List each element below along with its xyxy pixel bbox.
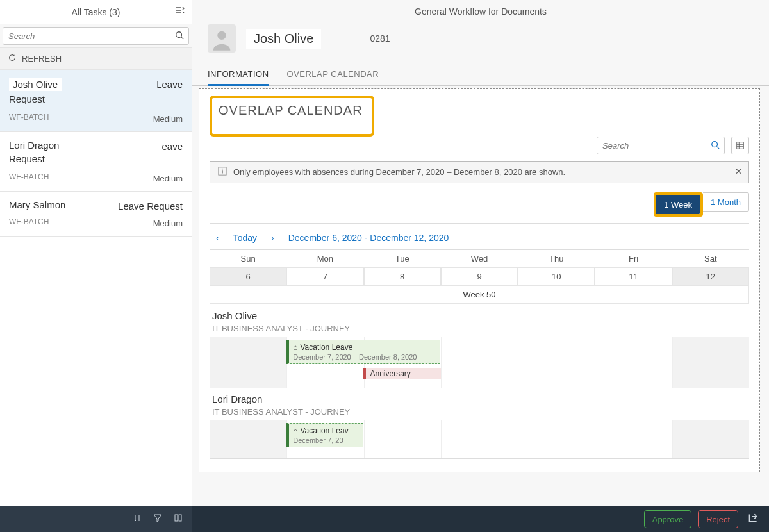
section-title: OVERLAP CALENDAR [217, 101, 365, 122]
avatar [208, 24, 236, 53]
sidebar-header: All Tasks (3) [0, 0, 192, 24]
workflow-title: General Workflow for Documents [192, 0, 769, 21]
calendar-search-input[interactable] [597, 137, 725, 154]
calendar-person: Lori Dragon IT BUSINESS ANALYST - JOURNE… [212, 394, 749, 417]
today-button[interactable]: Today [233, 233, 257, 243]
calendar-search [597, 137, 725, 154]
sidebar-search [0, 24, 192, 48]
toggle-1-week[interactable]: 1 Week [656, 195, 700, 214]
task-batch: WF-BATCH [9, 217, 49, 226]
highlight-section-title: OVERLAP CALENDAR [210, 96, 374, 137]
calendar-nav: ‹ Today › December 6, 2020 - December 12… [210, 228, 749, 249]
day-number[interactable]: 12 [672, 267, 749, 286]
tab-information[interactable]: INFORMATION [208, 64, 269, 86]
dow: Sun [210, 249, 286, 267]
settings-icon[interactable] [175, 5, 185, 17]
dow: Fri [595, 249, 672, 267]
svg-line-1 [181, 37, 184, 40]
day-number[interactable]: 10 [518, 267, 595, 286]
tab-overlap-calendar[interactable]: OVERLAP CALENDAR [287, 64, 379, 85]
task-name: Josh Olive [9, 78, 62, 91]
svg-point-2 [217, 31, 226, 40]
prev-icon[interactable]: ‹ [213, 230, 222, 245]
group-icon[interactable] [173, 513, 183, 526]
tab-bar: INFORMATION OVERLAP CALENDAR [192, 62, 769, 86]
dow: Wed [441, 249, 518, 267]
calendar-lane: ⌂Vacation Leave December 7, 2020 – Decem… [210, 337, 749, 388]
close-icon[interactable]: ✕ [735, 167, 742, 176]
task-name: Lori Dragon [9, 140, 183, 151]
svg-rect-12 [175, 515, 178, 521]
task-sidebar: All Tasks (3) REFRESH Josh Olive Leav [0, 0, 192, 506]
refresh-icon [8, 53, 17, 64]
svg-point-0 [176, 32, 182, 38]
event-dates: December 7, 20 [293, 436, 359, 444]
event-dates: December 7, 2020 – December 8, 2020 [293, 353, 436, 361]
reject-button[interactable]: Reject [698, 510, 738, 528]
info-icon [218, 167, 227, 178]
task-request: Request [9, 94, 183, 104]
person-name: Josh Olive [246, 29, 321, 49]
dow: Sat [672, 249, 749, 267]
event-vacation[interactable]: ⌂Vacation Leav December 7, 20 [286, 423, 363, 447]
dow: Mon [286, 249, 363, 267]
home-icon: ⌂ [293, 343, 297, 352]
calendar-lane: ⌂Vacation Leav December 7, 20 [210, 420, 749, 459]
search-icon[interactable] [711, 140, 720, 152]
info-message-bar: Only employees with absences during Dece… [210, 161, 749, 183]
footer-bar: Approve Reject [0, 506, 769, 532]
task-type: eave [161, 141, 183, 152]
highlight-week-toggle: 1 Week [654, 192, 703, 217]
home-icon: ⌂ [293, 426, 297, 435]
calendar-person-name: Lori Dragon [212, 394, 749, 404]
svg-rect-5 [737, 142, 744, 149]
person-number: 0281 [370, 33, 390, 44]
event-title: Anniversary [370, 369, 410, 378]
task-request: Request [9, 153, 183, 164]
approve-button[interactable]: Approve [644, 510, 691, 528]
day-number[interactable]: 7 [286, 267, 363, 286]
sidebar-title: All Tasks (3) [72, 7, 120, 17]
event-vacation[interactable]: ⌂Vacation Leave December 7, 2020 – Decem… [286, 340, 440, 364]
svg-rect-13 [179, 515, 181, 521]
refresh-label: REFRESH [22, 54, 62, 63]
calendar-person-name: Josh Olive [212, 310, 749, 321]
date-range: December 6, 2020 - December 12, 2020 [288, 233, 449, 243]
event-anniversary[interactable]: Anniversary [363, 368, 440, 379]
sort-icon[interactable] [132, 513, 142, 526]
task-type: Leave [156, 79, 183, 90]
task-batch: WF-BATCH [9, 113, 49, 122]
next-icon[interactable]: › [269, 230, 277, 245]
calendar-person-role: IT BUSINESS ANALYST - JOURNEY [212, 407, 749, 417]
toggle-1-month[interactable]: 1 Month [703, 192, 749, 212]
svg-point-3 [712, 142, 718, 147]
day-number[interactable]: 6 [210, 267, 286, 286]
refresh-button[interactable]: REFRESH [0, 48, 192, 70]
day-number[interactable]: 9 [441, 267, 518, 286]
dow: Thu [518, 249, 595, 267]
day-number[interactable]: 8 [364, 267, 441, 286]
info-message: Only employees with absences during Dece… [233, 167, 565, 177]
task-item[interactable]: Josh Olive Leave Request WF-BATCH Medium [0, 70, 192, 132]
calendar-person: Josh Olive IT BUSINESS ANALYST - JOURNEY [212, 310, 749, 333]
task-type: Leave Request [118, 201, 183, 212]
calendar-person-role: IT BUSINESS ANALYST - JOURNEY [212, 324, 749, 333]
task-item[interactable]: Lori Dragon eave Request WF-BATCH Medium [0, 132, 192, 192]
task-item[interactable]: Mary Salmon Leave Request WF-BATCH Mediu… [0, 192, 192, 237]
range-toggle: 1 Week 1 Month [654, 192, 749, 217]
dow: Tue [364, 249, 441, 267]
overlap-panel: OVERLAP CALENDAR [199, 88, 760, 472]
content-area: General Workflow for Documents Josh Oliv… [192, 0, 769, 506]
filter-icon[interactable] [153, 513, 163, 526]
search-input[interactable] [3, 27, 189, 45]
list-view-button[interactable] [731, 137, 749, 154]
day-number[interactable]: 11 [595, 267, 672, 286]
svg-line-4 [717, 147, 720, 149]
person-header: Josh Olive 0281 [192, 21, 769, 62]
share-icon[interactable] [745, 512, 761, 526]
task-priority: Medium [153, 174, 183, 183]
task-priority: Medium [153, 219, 183, 228]
search-icon[interactable] [175, 31, 184, 42]
task-batch: WF-BATCH [9, 172, 49, 181]
week-label: Week 50 [210, 286, 749, 304]
